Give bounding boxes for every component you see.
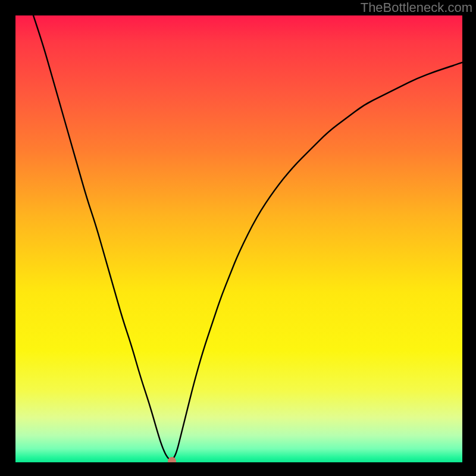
watermark-text: TheBottleneck.com	[361, 0, 472, 15]
bottleneck-curve	[15, 15, 462, 462]
plot-area	[15, 15, 462, 462]
optimum-marker	[168, 457, 176, 462]
chart-stage: TheBottleneck.com	[0, 0, 476, 476]
